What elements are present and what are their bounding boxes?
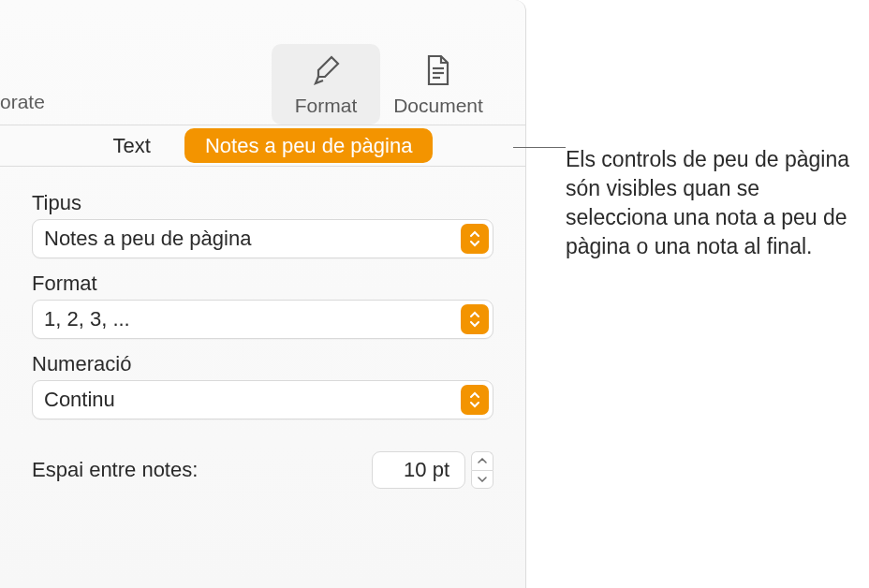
chevron-updown-icon xyxy=(461,224,489,254)
spacing-row: Espai entre notes: xyxy=(32,451,493,489)
format-label: Format xyxy=(32,272,493,296)
numbering-value: Continu xyxy=(44,388,481,412)
chevron-updown-icon xyxy=(461,385,489,415)
format-button-label: Format xyxy=(295,95,358,117)
toolbar-group: Format Document xyxy=(272,44,493,125)
spacing-label: Espai entre notes: xyxy=(32,458,198,482)
format-value: 1, 2, 3, ... xyxy=(44,307,481,331)
numbering-group: Numeració Continu xyxy=(32,352,493,419)
type-value: Notes a peu de pàgina xyxy=(44,227,481,251)
type-label: Tipus xyxy=(32,191,493,215)
stepper-up[interactable] xyxy=(471,451,493,470)
stepper-down[interactable] xyxy=(471,470,493,490)
spacing-input[interactable] xyxy=(372,451,465,489)
chevron-updown-icon xyxy=(461,304,489,334)
inspector-tabs: Text Notes a peu de pàgina xyxy=(0,125,525,167)
spacing-stepper xyxy=(372,451,493,489)
document-button-label: Document xyxy=(393,95,483,117)
tab-text[interactable]: Text xyxy=(93,128,171,163)
type-group: Tipus Notes a peu de pàgina xyxy=(32,191,493,258)
document-button[interactable]: Document xyxy=(384,44,493,125)
format-group: Format 1, 2, 3, ... xyxy=(32,272,493,339)
footnote-settings: Tipus Notes a peu de pàgina Format 1, 2,… xyxy=(0,167,525,489)
format-select[interactable]: 1, 2, 3, ... xyxy=(32,300,493,339)
type-select[interactable]: Notes a peu de pàgina xyxy=(32,219,493,258)
numbering-label: Numeració xyxy=(32,352,493,376)
toolbar: orate Format xyxy=(0,0,525,125)
inspector-panel: orate Format xyxy=(0,0,526,588)
toolbar-item-collaborate-partial[interactable]: orate xyxy=(0,91,45,113)
document-icon xyxy=(420,51,457,89)
tab-footnotes[interactable]: Notes a peu de pàgina xyxy=(184,128,433,163)
numbering-select[interactable]: Continu xyxy=(32,380,493,419)
paintbrush-icon xyxy=(307,51,345,89)
callout-leader-line xyxy=(513,147,566,148)
callout-text: Els controls de peu de pàgina són visibl… xyxy=(566,145,856,261)
format-button[interactable]: Format xyxy=(272,44,380,125)
